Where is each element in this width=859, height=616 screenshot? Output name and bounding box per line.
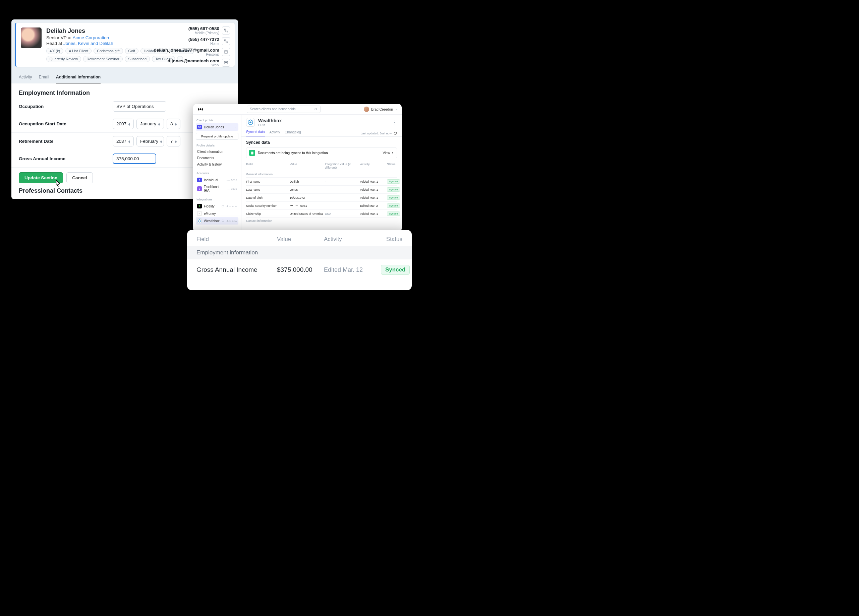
table-row: Citizenship United States of America USA… — [246, 210, 397, 218]
fidelity-icon: ✱ — [197, 204, 202, 209]
chevron-down-icon — [234, 126, 237, 128]
gross-income-label: Gross Annual Income — [19, 156, 112, 161]
tag[interactable]: Quarterly Review — [46, 56, 81, 62]
refresh-icon — [222, 220, 224, 222]
th-field: Field — [246, 162, 290, 169]
status-badge: Synced — [381, 265, 410, 275]
dispatch-window: Search clients and households Brad Creed… — [193, 104, 402, 232]
mail-icon[interactable] — [222, 48, 230, 56]
retire-month-select[interactable]: February▴▾ — [136, 136, 164, 147]
tab-activity[interactable]: Activity — [19, 75, 32, 83]
zoom-value: $375,000.00 — [277, 266, 324, 273]
gross-income-input[interactable]: 375,000.00 — [112, 153, 156, 164]
search-placeholder: Search clients and households — [250, 107, 295, 111]
body: Client profile DJ Delilah Jones Request … — [193, 115, 402, 232]
status-badge: Synced — [387, 187, 400, 192]
start-month-select[interactable]: January▴▾ — [136, 119, 164, 129]
banner-view-link[interactable]: View — [383, 151, 394, 155]
emoney-icon: → — [197, 211, 202, 216]
sidebar-link-client-info[interactable]: Client information — [196, 148, 238, 155]
app-logo-icon[interactable] — [197, 106, 204, 112]
phone-home-label: Home — [189, 42, 219, 45]
sidebar-account-individual[interactable]: $ Individual •••• 5515 — [196, 176, 238, 184]
email-work: djjones@acmetech.com — [168, 58, 219, 63]
sidebar-integration-wealthbox[interactable]: Wealthbox Just now — [196, 217, 238, 225]
phone-icon[interactable] — [222, 27, 230, 34]
th-value: Value — [290, 162, 325, 169]
svg-rect-4 — [251, 151, 253, 154]
tag[interactable]: A List Client — [66, 48, 92, 54]
status-badge: Synced — [387, 212, 400, 216]
integration-tabs: Synced data Activity Changelog Last upda… — [241, 128, 402, 137]
contact-method-row: (555) 667-0580 Mobile (Primary) — [154, 26, 230, 35]
sidebar-label-profile-details: Profile details — [196, 142, 238, 148]
tag[interactable]: Retirement Seminar — [83, 56, 123, 62]
start-year-select[interactable]: 2007▴▾ — [112, 119, 134, 129]
tab-email[interactable]: Email — [39, 75, 49, 83]
svg-point-2 — [200, 109, 201, 110]
refresh-icon[interactable] — [394, 132, 397, 135]
chevron-up-down-icon: ▴▾ — [175, 122, 177, 126]
kebab-menu-icon[interactable]: ⋮ — [392, 120, 397, 125]
zoom-header: Field Value Activity Status — [197, 236, 402, 246]
cancel-button[interactable]: Cancel — [66, 172, 92, 183]
phone-icon[interactable] — [222, 37, 230, 45]
client-name: Delilah Jones — [204, 125, 232, 129]
zoom-field: Gross Annual Income — [197, 266, 277, 273]
sidebar-integration-emoney[interactable]: → eMoney — [196, 210, 238, 217]
zoom-status: Synced — [381, 265, 410, 275]
tab-additional-information[interactable]: Additional Information — [56, 75, 101, 83]
title-prefix: Senior VP at — [46, 35, 73, 40]
search-input[interactable]: Search clients and households — [247, 106, 320, 113]
table-row: Date of birth 10/20/1972 - Added Mar. 1 … — [246, 194, 397, 202]
sidebar-link-documents[interactable]: Documents — [196, 155, 238, 161]
last-updated: Last updated: Just now — [361, 132, 397, 135]
tab-activity[interactable]: Activity — [270, 130, 280, 136]
occupation-input[interactable]: SVP of Operations — [112, 101, 166, 112]
wealthbox-logo-icon — [246, 118, 255, 127]
zh-field: Field — [197, 236, 277, 243]
sidebar-integration-fidelity[interactable]: ✱ Fidelity Just now — [196, 203, 238, 210]
user-menu[interactable]: Brad Creedon — [364, 106, 398, 112]
main-area: Wealthbox CRM ⋮ Synced data Activity Cha… — [241, 115, 402, 232]
email-work-label: Work — [168, 63, 219, 67]
phone-mobile: (555) 667-0580 — [189, 26, 219, 31]
status-badge: Synced — [387, 203, 400, 208]
contact-header: Delilah Jones Senior VP at Acme Corporat… — [15, 23, 235, 67]
zoom-group-employment: Employment information — [187, 246, 412, 259]
start-day-select[interactable]: 8▴▾ — [167, 119, 180, 129]
update-section-button[interactable]: Update Section — [19, 172, 63, 183]
group-general-info: General information — [246, 171, 397, 178]
svg-point-3 — [315, 108, 317, 110]
sidebar-account-ira[interactable]: $ Traditional IRA •••• 3133 — [196, 184, 238, 194]
table-header: Field Value Integration value (if differ… — [246, 161, 397, 171]
zoom-panel: Field Value Activity Status Employment i… — [187, 230, 412, 290]
phone-mobile-label: Mobile (Primary) — [189, 31, 219, 35]
chevron-up-down-icon: ▴▾ — [160, 140, 162, 143]
tag[interactable]: Subscribed — [125, 56, 150, 62]
retirement-date-label: Retirement Date — [19, 139, 112, 144]
retire-year-select[interactable]: 2037▴▾ — [112, 136, 134, 147]
client-selector[interactable]: DJ Delilah Jones — [196, 123, 238, 131]
tag[interactable]: Golf — [125, 48, 139, 54]
zh-activity: Activity — [324, 236, 381, 243]
documents-sync-banner: Documents are being synced to this integ… — [246, 147, 397, 158]
retire-day-select[interactable]: 7▴▾ — [167, 136, 180, 147]
chevron-up-down-icon: ▴▾ — [128, 122, 130, 126]
company-link[interactable]: Acme Corporation — [73, 35, 109, 40]
start-date-label: Occupation Start Date — [19, 121, 112, 126]
household-link[interactable]: Jones, Kevin and Delilah — [63, 41, 113, 46]
chevron-right-icon — [391, 151, 394, 154]
email-personal: delilah.jones.7277@gmail.com — [154, 48, 220, 53]
wealthbox-icon — [197, 218, 202, 223]
contact-method-row: delilah.jones.7277@gmail.com Personal — [154, 48, 230, 56]
sidebar-link-activity[interactable]: Activity & history — [196, 161, 238, 168]
tag[interactable]: 401(k) — [46, 48, 63, 54]
table-row: Social security number ••• - •• - 5051 -… — [246, 202, 397, 210]
request-profile-update-button[interactable]: Request profile update — [196, 133, 238, 140]
tab-synced-data[interactable]: Synced data — [246, 130, 265, 136]
contact-methods: (555) 667-0580 Mobile (Primary) (555) 44… — [154, 26, 230, 69]
mail-icon[interactable] — [222, 59, 230, 67]
tab-changelog[interactable]: Changelog — [285, 130, 301, 136]
tag[interactable]: Christmas gift — [94, 48, 123, 54]
